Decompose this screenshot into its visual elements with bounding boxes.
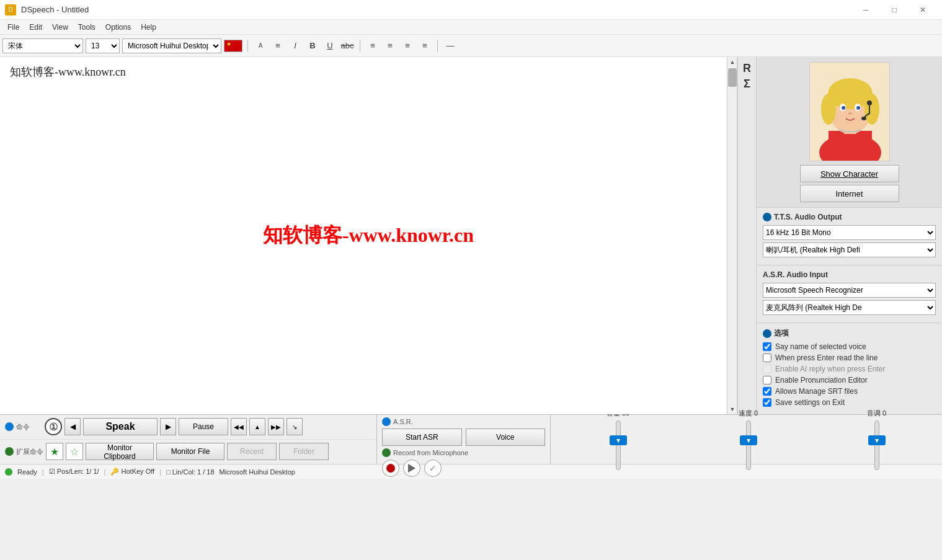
monitor-clipboard-button[interactable]: Monitor Clipboard: [86, 443, 154, 460]
menu-help[interactable]: Help: [136, 22, 161, 33]
pause-button[interactable]: Pause: [179, 418, 228, 435]
option3-label: Enable AI reply when press Enter: [775, 365, 885, 373]
menu-edit[interactable]: Edit: [24, 22, 47, 33]
menu-file[interactable]: File: [2, 22, 24, 33]
scroll-thumb[interactable]: [728, 68, 737, 87]
record-button[interactable]: [382, 460, 399, 477]
close-button[interactable]: ✕: [909, 0, 937, 20]
align-center-button[interactable]: ≡: [383, 38, 398, 53]
sep1: [247, 40, 248, 52]
option1-checkbox[interactable]: [763, 342, 771, 351]
command-label: 命令: [5, 422, 42, 432]
titlebar-controls: ─ □ ✕: [851, 0, 937, 20]
extra-button[interactable]: —: [443, 38, 458, 53]
volume-thumb[interactable]: [610, 435, 627, 445]
recent-button: Recent: [227, 443, 277, 460]
menu-tools[interactable]: Tools: [73, 22, 100, 33]
tone-thumb[interactable]: [868, 435, 886, 445]
start-asr-button[interactable]: Start ASR: [382, 429, 462, 446]
asr-recognizer-select[interactable]: Microsoft Speech Recognizer: [763, 283, 936, 298]
italic-button[interactable]: I: [288, 38, 303, 53]
command-section: 命令 ① ◀ Speak ▶ Pause ◀◀ ▲ ▶▶ ↘ 扩展命令 ★ ☆ …: [0, 414, 942, 464]
tone-slider-group: 音调 0: [867, 409, 886, 470]
option6-checkbox[interactable]: [763, 398, 771, 407]
monitor-file-button[interactable]: Monitor File: [156, 443, 224, 460]
titlebar: D DSpeech - Untitled ─ □ ✕: [0, 0, 942, 20]
list-button[interactable]: ≡: [270, 38, 285, 53]
tts-quality-select[interactable]: 16 kHz 16 Bit Mono: [763, 225, 936, 240]
hotkey-flag: 🔑: [110, 468, 119, 475]
record-confirm-button[interactable]: ✓: [424, 460, 442, 477]
menu-view[interactable]: View: [47, 22, 73, 33]
svg-point-14: [848, 112, 852, 115]
size-select[interactable]: 13: [86, 38, 120, 53]
language-flag[interactable]: [224, 40, 242, 52]
prev-button[interactable]: ◀: [64, 418, 81, 435]
svg-point-13: [858, 107, 860, 108]
option-row-6: Save settings on Exit: [763, 398, 936, 407]
editor-scrollbar[interactable]: ▲ ▼: [727, 57, 737, 414]
volume-slider-group: 音量 50: [607, 409, 629, 470]
next-button[interactable]: ▶: [160, 418, 176, 435]
editor-content[interactable]: 知软博客-www.knowr.cn 知软博客-www.knowr.cn: [0, 57, 737, 414]
speak-icon-circle[interactable]: ①: [45, 418, 62, 435]
internet-button[interactable]: Internet: [800, 185, 899, 202]
option1-label: Say name of selected voice: [775, 342, 866, 351]
show-character-button[interactable]: Show Character: [800, 165, 899, 182]
window-title: DSpeech - Untitled: [21, 5, 89, 14]
asr-mic-select[interactable]: 麦克风阵列 (Realtek High De: [763, 300, 936, 315]
options-icon: [763, 329, 771, 338]
align-left-button[interactable]: ≡: [365, 38, 380, 53]
record-play-button[interactable]: [403, 460, 420, 477]
asr-section: A.S.R. Audio Input Microsoft Speech Reco…: [757, 265, 942, 323]
character-image: [809, 62, 890, 161]
sep3: [437, 40, 438, 52]
option6-label: Save settings on Exit: [775, 398, 845, 407]
play-button[interactable]: ▲: [249, 418, 265, 435]
editor-text: 知软博客-www.knowr.cn: [10, 64, 727, 79]
voice-button[interactable]: Voice: [466, 429, 546, 446]
record-controls-row: ✓: [382, 460, 545, 477]
tone-label: 音调 0: [867, 409, 886, 418]
asr-control-icon: [382, 417, 391, 426]
star-outline-button[interactable]: ☆: [66, 443, 83, 460]
tts-device-select[interactable]: 喇叭/耳机 (Realtek High Defi: [763, 242, 936, 257]
strikethrough-button[interactable]: abc: [340, 38, 355, 53]
svg-point-7: [864, 94, 879, 125]
voice-status: Microsoft Huihui Desktop: [220, 468, 295, 476]
star-filled-button[interactable]: ★: [46, 443, 63, 460]
option-row-4: Enable Pronunciation Editor: [763, 376, 936, 384]
option-row-5: Allows Manage SRT files: [763, 387, 936, 396]
align-right-button[interactable]: ≡: [400, 38, 415, 53]
checkbox-pos: ☑: [49, 468, 55, 475]
toolbar: 宋体 13 Microsoft Huihui Desktop A ≡ I B U…: [0, 35, 942, 57]
lincol-flag: □: [166, 468, 171, 476]
option2-checkbox[interactable]: [763, 353, 771, 362]
minimize-button[interactable]: ─: [851, 0, 880, 20]
underline-button[interactable]: U: [322, 38, 337, 53]
command-row-2: 扩展命令 ★ ☆ Monitor Clipboard Monitor File …: [0, 440, 376, 464]
sep-status-2: |: [104, 468, 106, 476]
speak-button[interactable]: Speak: [83, 418, 158, 435]
speed-thumb[interactable]: [740, 435, 757, 445]
bold-button[interactable]: B: [305, 38, 320, 53]
goto-button[interactable]: ↘: [287, 418, 303, 435]
menu-options[interactable]: Options: [100, 22, 136, 33]
tone-track: [874, 420, 879, 470]
svg-point-15: [867, 100, 872, 105]
option5-checkbox[interactable]: [763, 387, 771, 396]
skip-back-button[interactable]: ◀◀: [231, 418, 247, 435]
maximize-button[interactable]: □: [880, 0, 909, 20]
r-icon[interactable]: R: [743, 62, 751, 75]
main-area: 知软博客-www.knowr.cn 知软博客-www.knowr.cn ▲ ▼ …: [0, 57, 942, 414]
option4-checkbox[interactable]: [763, 376, 771, 384]
align-justify-button[interactable]: ≡: [417, 38, 432, 53]
voice-select[interactable]: Microsoft Huihui Desktop: [122, 38, 221, 53]
sigma-icon[interactable]: Σ: [744, 78, 750, 91]
scroll-down-arrow[interactable]: ▼: [727, 404, 737, 414]
cmd-icon-2: [5, 447, 14, 456]
text-size-small-button[interactable]: A: [253, 38, 268, 53]
font-select[interactable]: 宋体: [2, 38, 83, 53]
scroll-up-arrow[interactable]: ▲: [727, 57, 737, 67]
skip-fwd-button[interactable]: ▶▶: [268, 418, 284, 435]
